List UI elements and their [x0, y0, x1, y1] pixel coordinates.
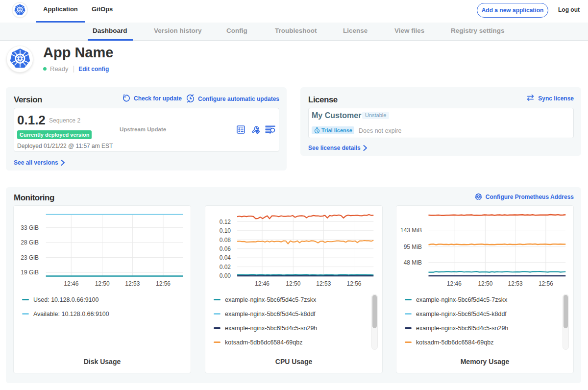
svg-text:95 MiB: 95 MiB: [404, 244, 422, 250]
svg-text:48 MiB: 48 MiB: [404, 259, 422, 266]
svg-text:28 GiB: 28 GiB: [21, 239, 39, 246]
svg-text:12:50: 12:50: [286, 280, 300, 287]
svg-text:0.06: 0.06: [220, 245, 231, 252]
svg-text:33 GiB: 33 GiB: [21, 224, 39, 231]
svg-text:23 GiB: 23 GiB: [21, 254, 39, 261]
svg-text:19 GiB: 19 GiB: [21, 269, 39, 276]
svg-text:12:46: 12:46: [447, 280, 462, 287]
svg-text:12:46: 12:46: [64, 280, 78, 287]
svg-text:0.00: 0.00: [220, 272, 231, 279]
svg-text:12:50: 12:50: [95, 280, 110, 287]
svg-text:0.02: 0.02: [220, 264, 231, 270]
svg-text:143 MiB: 143 MiB: [400, 227, 422, 234]
svg-text:12:50: 12:50: [478, 280, 492, 287]
svg-text:0.08: 0.08: [220, 237, 231, 244]
svg-text:0.04: 0.04: [220, 254, 231, 261]
svg-text:12:56: 12:56: [346, 280, 361, 287]
svg-text:12:53: 12:53: [316, 280, 331, 287]
svg-text:12:56: 12:56: [156, 280, 171, 287]
svg-text:12:56: 12:56: [539, 280, 553, 287]
svg-text:12:53: 12:53: [508, 280, 523, 287]
svg-text:12:53: 12:53: [125, 280, 140, 287]
svg-text:0.12: 0.12: [220, 219, 231, 225]
svg-text:12:46: 12:46: [255, 280, 270, 287]
svg-text:0.10: 0.10: [220, 227, 231, 234]
